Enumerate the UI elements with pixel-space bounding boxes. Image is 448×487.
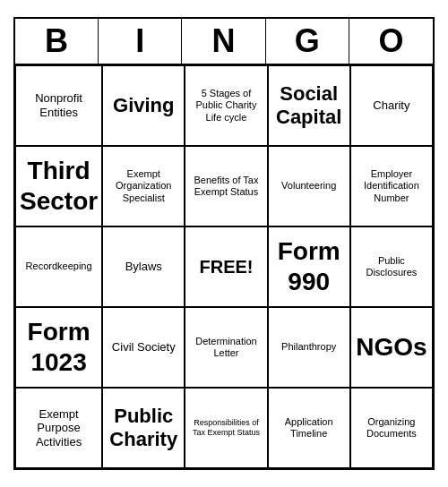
bingo-cell: Public Charity [102, 388, 185, 468]
bingo-cell: Form 1023 [15, 307, 102, 388]
cell-text: 5 Stages of Public Charity Life cycle [189, 88, 263, 124]
bingo-cell: Nonprofit Entities [15, 65, 102, 146]
bingo-cell: Charity [350, 65, 433, 146]
bingo-cell: Form 990 [268, 226, 350, 307]
bingo-cell: Exempt Organization Specialist [102, 146, 185, 226]
cell-text: Bylaws [125, 260, 162, 274]
cell-text: Third Sector [20, 156, 98, 216]
cell-text: Organizing Documents [355, 416, 428, 440]
cell-text: Civil Society [112, 340, 176, 355]
cell-text: Social Capital [272, 82, 346, 130]
bingo-cell: Volunteering [268, 146, 350, 226]
cell-text: Public Disclosures [355, 255, 428, 278]
bingo-cell: Philanthropy [268, 307, 350, 388]
cell-text: Charity [373, 98, 409, 113]
bingo-card: BINGO Nonprofit EntitiesGiving5 Stages o… [13, 17, 435, 470]
bingo-cell: Determination Letter [185, 307, 267, 388]
cell-text: Form 1023 [20, 317, 98, 377]
bingo-cell: Recordkeeping [15, 226, 102, 307]
bingo-cell: Public Disclosures [350, 226, 433, 307]
bingo-cell: Social Capital [268, 65, 350, 146]
bingo-cell: Responsibilities of Tax Exempt Status [185, 388, 267, 468]
bingo-header: BINGO [15, 19, 433, 65]
header-letter: G [266, 19, 349, 64]
cell-text: FREE! [199, 256, 253, 278]
bingo-cell: Organizing Documents [350, 388, 433, 468]
bingo-cell: 5 Stages of Public Charity Life cycle [185, 65, 267, 146]
cell-text: Responsibilities of Tax Exempt Status [189, 418, 263, 438]
cell-text: Determination Letter [189, 336, 263, 359]
cell-text: Public Charity [107, 405, 180, 452]
header-letter: I [99, 19, 182, 64]
bingo-grid: Nonprofit EntitiesGiving5 Stages of Publ… [15, 65, 433, 468]
bingo-cell: Bylaws [102, 226, 185, 307]
bingo-cell: FREE! [185, 226, 267, 307]
header-letter: N [182, 19, 265, 64]
bingo-cell: Application Timeline [268, 388, 350, 468]
cell-text: Volunteering [281, 180, 336, 192]
cell-text: Nonprofit Entities [20, 91, 98, 119]
header-letter: O [349, 19, 433, 64]
bingo-cell: Exempt Purpose Activities [15, 388, 102, 468]
cell-text: Application Timeline [272, 416, 346, 440]
bingo-cell: Employer Identification Number [350, 146, 433, 226]
cell-text: Philanthropy [281, 341, 336, 353]
cell-text: Form 990 [272, 236, 346, 296]
bingo-cell: Giving [102, 65, 185, 146]
bingo-cell: NGOs [350, 307, 433, 388]
cell-text: NGOs [356, 332, 426, 363]
cell-text: Recordkeeping [26, 261, 92, 272]
cell-text: Exempt Purpose Activities [20, 407, 98, 449]
bingo-cell: Third Sector [15, 146, 102, 226]
cell-text: Exempt Organization Specialist [107, 168, 180, 204]
header-letter: B [15, 19, 99, 64]
bingo-cell: Civil Society [102, 307, 185, 388]
cell-text: Benefits of Tax Exempt Status [189, 175, 263, 198]
cell-text: Giving [113, 94, 174, 117]
bingo-cell: Benefits of Tax Exempt Status [185, 146, 267, 226]
cell-text: Employer Identification Number [355, 168, 428, 204]
